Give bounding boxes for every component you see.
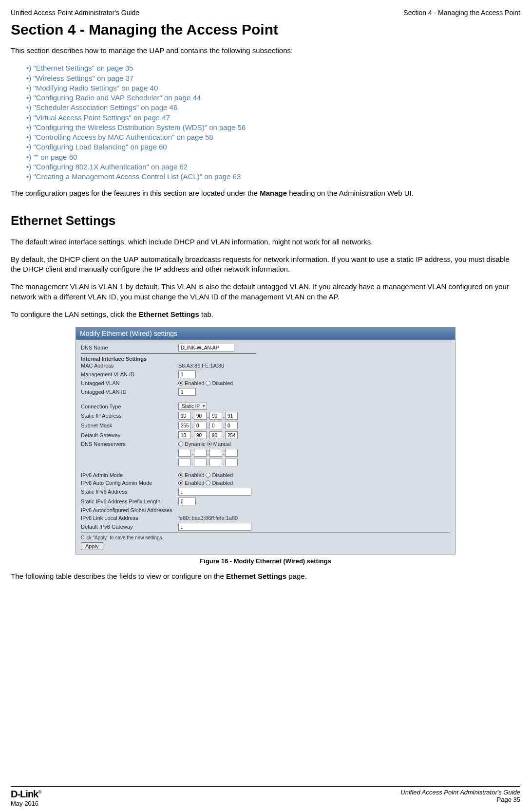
disabled-label: Disabled — [212, 380, 233, 386]
ip-octet[interactable] — [178, 412, 191, 420]
bullet-icon: •) — [26, 153, 31, 161]
body-paragraph: The management VLAN is VLAN 1 by default… — [11, 282, 520, 302]
static-ipv6-input[interactable] — [178, 488, 251, 496]
subnet-octet[interactable] — [178, 422, 191, 429]
mac-value: B8:A3:86:FE:1A:80 — [178, 363, 224, 369]
radio-disabled[interactable] — [206, 480, 210, 485]
toc-link[interactable]: "Wireless Settings" on page 37 — [33, 74, 133, 82]
toc-link[interactable]: "Modifying Radio Settings" on page 40 — [33, 84, 158, 92]
ipv6-prefix-input[interactable] — [178, 498, 196, 505]
radio-manual[interactable] — [207, 442, 212, 446]
toc-link[interactable]: "Virtual Access Point Settings" on page … — [33, 113, 170, 122]
default-ipv6-gw-label: Default IPv6 Gateway — [81, 524, 178, 530]
bullet-icon: •) — [26, 143, 31, 151]
toc-link[interactable]: "Ethernet Settings" on page 35 — [33, 64, 133, 72]
header-left: Unified Access Point Administrator's Gui… — [11, 9, 139, 17]
header-right: Section 4 - Managing the Access Point — [403, 9, 520, 17]
figure-caption: Figure 16 - Modify Ethernet (Wired) sett… — [11, 557, 520, 565]
dns-octet[interactable] — [194, 459, 207, 466]
ip-octet[interactable] — [194, 412, 207, 420]
gateway-label: Default Gateway — [81, 432, 178, 438]
static-ipv6-label: Static IPv6 Address — [81, 489, 178, 495]
ipv6-linklocal-label: IPv6 Link Local Address — [81, 515, 178, 521]
dns-octet[interactable] — [178, 459, 191, 466]
toc-link[interactable]: "" on page 60 — [33, 153, 77, 161]
dns-octet[interactable] — [209, 459, 222, 466]
dns-octet[interactable] — [194, 449, 207, 457]
radio-enabled[interactable] — [178, 381, 183, 386]
dns-name-label: DNS Name — [81, 345, 178, 351]
toc-link[interactable]: "Controlling Access by MAC Authenticatio… — [33, 133, 213, 141]
mgmt-vlan-label: Management VLAN ID — [81, 371, 178, 377]
toc-link[interactable]: "Configuring Load Balancing" on page 60 — [33, 143, 167, 151]
connection-type-select[interactable]: Static IP — [178, 403, 207, 410]
untagged-vlan-id-label: Untagged VLAN ID — [81, 389, 178, 395]
bullet-icon: •) — [26, 64, 31, 72]
ip-octet[interactable] — [225, 412, 238, 420]
bullet-icon: •) — [26, 103, 31, 111]
default-ipv6-gw-input[interactable] — [178, 523, 251, 531]
dns-octet[interactable] — [209, 449, 222, 457]
static-ip-label: Static IP Address — [81, 413, 178, 419]
bullet-icon: •) — [26, 113, 31, 122]
ipv6-linklocal-value: fe80::baa3:86ff:fefe:1a80 — [178, 515, 238, 521]
toc-link[interactable]: "Configuring 802.1X Authentication" on p… — [33, 163, 188, 171]
dns-name-input[interactable] — [178, 344, 234, 351]
toc-link[interactable]: "Configuring the Wireless Distribution S… — [33, 123, 246, 131]
bullet-icon: •) — [26, 84, 31, 92]
dlink-logo: D-Link® — [11, 789, 41, 800]
bullet-icon: •) — [26, 93, 31, 102]
toc-list: •) "Ethernet Settings" on page 35 •) "Wi… — [11, 63, 520, 182]
config-pages-note: The configuration pages for the features… — [11, 188, 520, 198]
subnet-octet[interactable] — [225, 422, 238, 429]
radio-disabled[interactable] — [206, 473, 210, 478]
connection-type-label: Connection Type — [81, 404, 178, 409]
apply-hint: Click "Apply" to save the new settings. — [81, 535, 450, 540]
subnet-label: Subnet Mask — [81, 423, 178, 428]
body-paragraph: The following table describes the fields… — [11, 572, 520, 581]
toc-link[interactable]: "Configuring Radio and VAP Scheduler" on… — [33, 93, 201, 102]
untagged-vlan-label: Untagged VLAN — [81, 380, 178, 386]
mgmt-vlan-input[interactable] — [178, 370, 196, 378]
dns-octet[interactable] — [178, 449, 191, 457]
gateway-octet[interactable] — [178, 431, 191, 439]
ipv6-auto-label: IPv6 Auto Config Admin Mode — [81, 480, 178, 486]
toc-link[interactable]: "Scheduler Association Settings" on page… — [33, 103, 177, 111]
dns-octet[interactable] — [225, 459, 238, 466]
ethernet-settings-heading: Ethernet Settings — [11, 213, 520, 228]
dns-nameservers-label: DNS Nameservers — [81, 441, 178, 447]
bullet-icon: •) — [26, 163, 31, 171]
body-paragraph: By default, the DHCP client on the UAP a… — [11, 255, 520, 275]
gateway-octet[interactable] — [194, 431, 207, 439]
ipv6-autoconf-label: IPv6 Autoconfigured Global Addresses — [81, 507, 178, 513]
bullet-icon: •) — [26, 123, 31, 131]
toc-link[interactable]: "Creating a Management Access Control Li… — [33, 172, 241, 181]
footer-date: May 2016 — [11, 800, 41, 807]
dns-octet[interactable] — [225, 449, 238, 457]
gateway-octet[interactable] — [209, 431, 222, 439]
ipv6-admin-label: IPv6 Admin Mode — [81, 472, 178, 478]
bullet-icon: •) — [26, 133, 31, 141]
page-title: Section 4 - Managing the Access Point — [11, 21, 520, 38]
radio-enabled[interactable] — [178, 480, 183, 485]
dynamic-label: Dynamic — [185, 441, 206, 447]
radio-enabled[interactable] — [178, 473, 183, 478]
bullet-icon: •) — [26, 74, 31, 82]
ip-octet[interactable] — [209, 412, 222, 420]
body-paragraph: To configure the LAN settings, click the… — [11, 310, 520, 319]
mac-label: MAC Address — [81, 363, 178, 369]
enabled-label: Enabled — [185, 380, 204, 386]
untagged-vlan-id-input[interactable] — [178, 388, 196, 396]
radio-disabled[interactable] — [206, 381, 210, 386]
intro-text: This section describes how to manage the… — [11, 46, 520, 55]
subnet-octet[interactable] — [194, 422, 207, 429]
apply-button[interactable]: Apply — [81, 542, 103, 550]
footer-page: Page 35 — [400, 796, 520, 803]
ethernet-settings-screenshot: Modify Ethernet (Wired) settings DNS Nam… — [76, 327, 455, 554]
gateway-octet[interactable] — [225, 431, 238, 439]
subnet-octet[interactable] — [209, 422, 222, 429]
manual-label: Manual — [213, 441, 231, 447]
ipv6-prefix-label: Static IPv6 Address Prefix Length — [81, 498, 178, 504]
radio-dynamic[interactable] — [178, 442, 183, 446]
bullet-icon: •) — [26, 172, 31, 181]
